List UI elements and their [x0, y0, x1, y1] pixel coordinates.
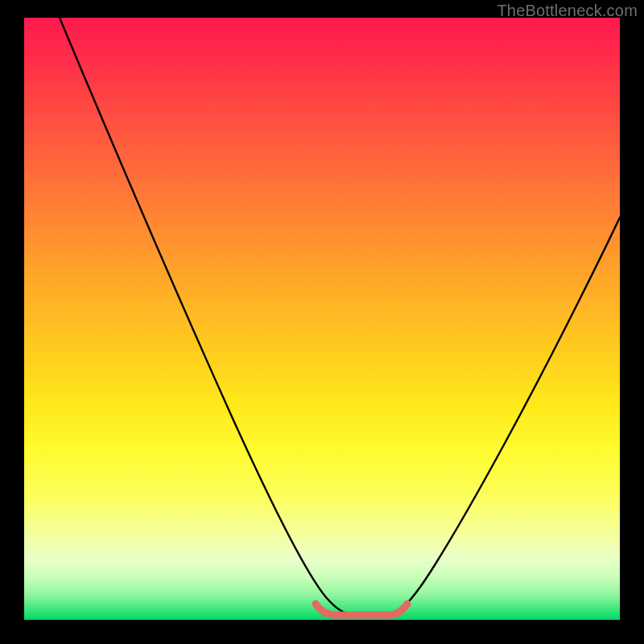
watermark-text: TheBottleneck.com: [497, 2, 638, 20]
chart-plot-area: [24, 18, 620, 620]
chart-svg: [24, 18, 620, 620]
chart-frame: TheBottleneck.com: [0, 0, 644, 644]
valley-band: [316, 604, 407, 615]
bottleneck-curve: [60, 18, 620, 615]
